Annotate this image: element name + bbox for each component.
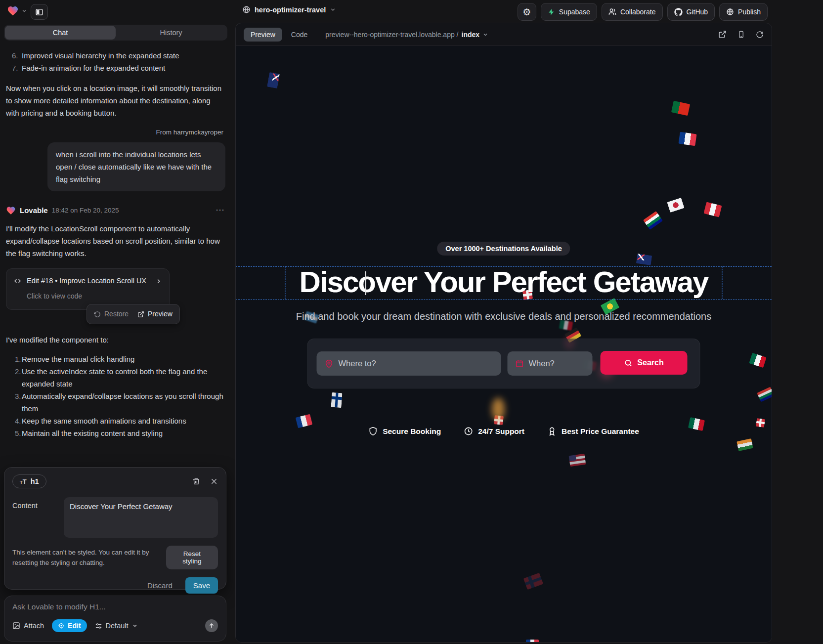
flag-south-africa-icon (643, 211, 663, 230)
close-icon[interactable] (210, 477, 218, 485)
assistant-paragraph: Now when you click on a location image, … (6, 82, 225, 119)
lovable-app: hero-optimizer-travel ⚙ Supabase Collabo… (0, 0, 823, 644)
tab-history[interactable]: History (116, 26, 226, 40)
supabase-bolt-icon (548, 8, 555, 16)
glow-blob (492, 398, 505, 421)
hero-subtitle: Find and book your dream destination wit… (296, 311, 711, 322)
flag-japan-icon (667, 198, 684, 213)
search-button[interactable]: Search (601, 351, 688, 375)
styling-note: This element can't be styled. You can ed… (12, 547, 160, 568)
code-icon (13, 277, 22, 285)
hero-title[interactable]: Discover Your Perfect Getaway (300, 266, 708, 299)
edit-card-actions: Restore Preview (87, 304, 180, 324)
list-item: Maintain all the existing content and st… (6, 427, 225, 439)
top-bar: hero-optimizer-travel ⚙ Supabase Collabo… (0, 0, 823, 23)
publish-button[interactable]: Publish (719, 3, 768, 21)
chevron-right-icon (155, 278, 162, 285)
assistant-list-changes: Remove the manual click handling Use the… (6, 353, 225, 439)
element-tag-chip[interactable]: TT h1 (12, 474, 46, 488)
tab-preview[interactable]: Preview (244, 28, 282, 42)
flag-canada-icon (704, 202, 722, 217)
when-input[interactable]: When? (508, 351, 593, 376)
save-button[interactable]: Save (185, 577, 218, 594)
where-to-input[interactable]: Where to? (317, 351, 501, 376)
users-icon (608, 8, 616, 16)
flag-norway-icon (523, 573, 543, 590)
preview-frame: Preview Code preview--hero-optimizer-tra… (235, 23, 772, 643)
flag-france-3-icon (526, 640, 539, 642)
discard-button[interactable]: Discard (144, 581, 175, 590)
preview-version-button[interactable]: Preview (137, 308, 173, 320)
github-button[interactable]: GitHub (667, 3, 715, 21)
flag-usa-icon (569, 454, 586, 467)
flag-france-icon (678, 132, 696, 146)
chevron-down-icon (330, 6, 336, 13)
trash-icon[interactable] (192, 477, 200, 485)
flag-france-2-icon (296, 414, 312, 429)
flag-portugal-icon (671, 101, 690, 116)
send-button[interactable] (205, 619, 218, 632)
feature-row: Secure Booking 24/7 Support Best Price G… (368, 427, 639, 436)
destinations-badge: Over 1000+ Destinations Available (437, 242, 570, 256)
attach-button[interactable]: Attach (12, 622, 44, 630)
restore-button[interactable]: Restore (94, 308, 129, 320)
reset-styling-button[interactable]: Reset styling (166, 546, 218, 569)
list-item: Keep the same smooth animations and tran… (6, 415, 225, 427)
assistant-paragraph: I've modified the component to: (6, 334, 225, 346)
flag-mexico-icon (749, 353, 766, 368)
lovable-logo-menu[interactable] (7, 5, 27, 17)
preview-viewport[interactable]: Over 1000+ Destinations Available Discov… (236, 46, 772, 642)
edit-card-actions-wrap: Restore Preview (6, 310, 225, 323)
open-external-icon[interactable] (718, 30, 727, 39)
tab-code[interactable]: Code (291, 31, 307, 39)
assistant-list-top: Improved visual hierarchy in the expande… (6, 49, 225, 74)
project-name: hero-optimizer-travel (255, 6, 326, 14)
list-item: Use the activeIndex state to control bot… (6, 365, 225, 390)
flag-south-africa-2-icon (757, 387, 772, 402)
edit-card-title: Edit #18 • Improve Location Scroll UX (27, 275, 146, 287)
mobile-view-icon[interactable] (737, 30, 745, 39)
message-menu-icon[interactable]: ⋯ (216, 204, 225, 216)
search-icon (624, 359, 632, 367)
crosshair-icon (58, 622, 65, 629)
collaborate-button[interactable]: Collaborate (602, 3, 663, 21)
supabase-button[interactable]: Supabase (541, 3, 597, 21)
panel-layout-icon (35, 8, 43, 16)
toggle-sidebar-button[interactable] (31, 4, 48, 20)
list-item: Automatically expand/collapse locations … (6, 390, 225, 415)
flag-india-icon (736, 438, 753, 451)
edit-mode-button[interactable]: Edit (52, 619, 87, 632)
edit-card-subtitle: Click to view code (27, 290, 162, 302)
chat-history-tabs: Chat History (4, 25, 227, 41)
preview-toolbar: Preview Code preview--hero-optimizer-tra… (236, 23, 772, 46)
list-item: Fade-in animation for the expanded conte… (6, 62, 225, 74)
flag-new-zealand-icon (636, 254, 652, 265)
text-caret (365, 271, 366, 295)
project-selector[interactable]: hero-optimizer-travel (242, 5, 336, 14)
preview-url-page: index (462, 31, 480, 39)
tab-chat[interactable]: Chat (5, 26, 116, 40)
assistant-paragraph: I'll modify the LocationScroll component… (6, 222, 225, 259)
assistant-message-header: Lovable 18:42 on Feb 20, 2025 ⋯ (6, 204, 225, 216)
map-pin-icon (325, 359, 334, 368)
image-icon (12, 622, 20, 630)
external-link-icon (137, 311, 144, 318)
feature-best-price: Best Price Guarantee (547, 427, 639, 436)
element-editor-panel: TT h1 Content Discover Your Perfect Geta… (4, 467, 226, 590)
globe-icon (726, 8, 734, 16)
feature-secure-booking: Secure Booking (368, 427, 441, 436)
sliders-icon (95, 622, 102, 630)
settings-button[interactable]: ⚙ (518, 3, 536, 21)
message-from-label: From harrymckayroper (6, 126, 223, 138)
chevron-down-icon (482, 32, 488, 38)
clock-icon (464, 427, 473, 436)
composer-input[interactable]: Ask Lovable to modify H1... (12, 602, 218, 611)
content-input[interactable]: Discover Your Perfect Getaway (64, 497, 218, 538)
chevron-down-icon (132, 623, 138, 629)
assistant-name: Lovable (20, 204, 48, 216)
restore-icon (94, 311, 101, 318)
list-item: Improved visual hierarchy in the expande… (6, 49, 225, 62)
model-default-dropdown[interactable]: Default (95, 622, 138, 630)
preview-url[interactable]: preview--hero-optimizer-travel.lovable.a… (325, 31, 488, 39)
refresh-icon[interactable] (756, 31, 764, 39)
